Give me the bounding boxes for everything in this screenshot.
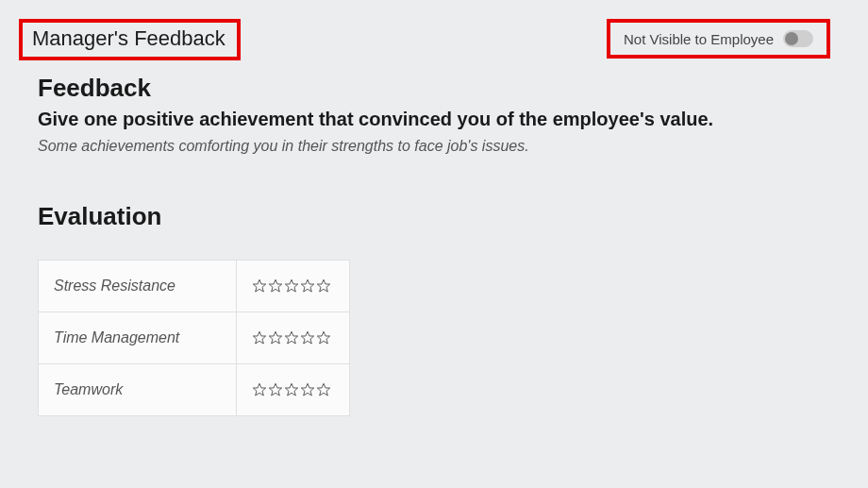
evaluation-row-label: Stress Resistance bbox=[39, 261, 237, 312]
star-icon[interactable] bbox=[316, 382, 331, 397]
evaluation-row-rating bbox=[237, 312, 350, 364]
svg-marker-2 bbox=[285, 279, 297, 292]
star-icon[interactable] bbox=[300, 382, 315, 397]
svg-marker-13 bbox=[301, 383, 313, 395]
table-row: Stress Resistance bbox=[39, 261, 350, 312]
star-rating[interactable] bbox=[252, 330, 334, 345]
star-icon[interactable] bbox=[268, 278, 283, 294]
star-icon[interactable] bbox=[316, 330, 331, 345]
star-icon[interactable] bbox=[284, 330, 299, 345]
svg-marker-10 bbox=[253, 383, 265, 395]
star-icon[interactable] bbox=[284, 382, 299, 397]
evaluation-row-rating bbox=[237, 261, 350, 312]
visibility-label: Not Visible to Employee bbox=[624, 31, 774, 47]
star-icon[interactable] bbox=[268, 330, 283, 345]
svg-marker-9 bbox=[317, 331, 329, 344]
svg-marker-3 bbox=[301, 279, 313, 292]
svg-marker-14 bbox=[317, 383, 329, 395]
toggle-knob bbox=[785, 32, 798, 45]
svg-marker-11 bbox=[269, 383, 281, 395]
section-header: Manager's Feedback bbox=[19, 19, 241, 60]
visibility-toggle[interactable] bbox=[783, 30, 813, 47]
star-rating[interactable] bbox=[252, 382, 334, 397]
feedback-section-title: Feedback bbox=[38, 74, 830, 103]
star-icon[interactable] bbox=[252, 278, 267, 294]
star-icon[interactable] bbox=[252, 330, 267, 345]
evaluation-section-title: Evaluation bbox=[38, 202, 830, 231]
star-icon[interactable] bbox=[300, 330, 315, 345]
star-icon[interactable] bbox=[300, 278, 315, 294]
svg-marker-12 bbox=[285, 383, 297, 395]
table-row: Time Management bbox=[39, 312, 350, 364]
svg-marker-0 bbox=[253, 279, 265, 292]
star-icon[interactable] bbox=[284, 278, 299, 294]
page-title: Manager's Feedback bbox=[32, 26, 225, 51]
evaluation-row-label: Teamwork bbox=[39, 364, 237, 416]
star-icon[interactable] bbox=[316, 278, 331, 294]
star-icon[interactable] bbox=[252, 382, 267, 397]
visibility-control: Not Visible to Employee bbox=[607, 19, 830, 59]
evaluation-table: Stress Resistance Time Management bbox=[38, 260, 350, 416]
svg-marker-8 bbox=[301, 331, 313, 344]
evaluation-row-label: Time Management bbox=[39, 312, 237, 364]
evaluation-row-rating bbox=[237, 364, 350, 416]
svg-marker-7 bbox=[285, 331, 297, 344]
svg-marker-5 bbox=[253, 331, 265, 344]
svg-marker-4 bbox=[317, 279, 329, 292]
svg-marker-6 bbox=[269, 331, 281, 344]
table-row: Teamwork bbox=[39, 364, 350, 416]
svg-marker-1 bbox=[269, 279, 281, 292]
feedback-hint: Some achievements comforting you in thei… bbox=[38, 138, 830, 155]
feedback-question: Give one positive achievement that convi… bbox=[38, 109, 830, 130]
star-icon[interactable] bbox=[268, 382, 283, 397]
star-rating[interactable] bbox=[252, 278, 334, 294]
